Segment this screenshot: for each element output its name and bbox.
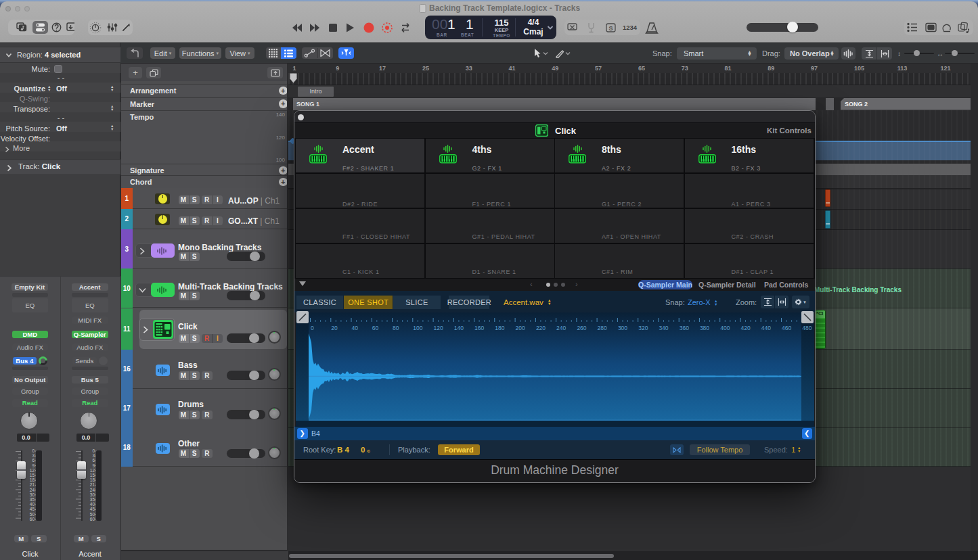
svg-text:9: 9 <box>32 463 35 468</box>
svg-text:260: 260 <box>577 325 586 331</box>
svg-text:60: 60 <box>30 517 35 521</box>
svg-text:40: 40 <box>89 502 95 507</box>
svg-text:21: 21 <box>89 482 95 487</box>
svg-text:30: 30 <box>30 492 35 497</box>
svg-text:460: 460 <box>782 325 791 331</box>
svg-text:140: 140 <box>454 325 464 331</box>
svg-text:200: 200 <box>516 325 525 331</box>
svg-text:480: 480 <box>802 325 812 331</box>
svg-text:50: 50 <box>30 512 35 517</box>
svg-text:400: 400 <box>720 325 730 331</box>
svg-text:12: 12 <box>30 468 35 473</box>
svg-text:18: 18 <box>89 477 95 482</box>
svg-text:320: 320 <box>638 325 648 331</box>
svg-text:300: 300 <box>618 325 627 331</box>
svg-text:6: 6 <box>32 458 35 463</box>
svg-text:440: 440 <box>761 325 771 331</box>
svg-text:380: 380 <box>700 325 709 331</box>
svg-text:15: 15 <box>30 473 35 477</box>
svg-text:30: 30 <box>89 492 95 497</box>
svg-text:0: 0 <box>311 325 314 331</box>
svg-text:220: 220 <box>536 325 546 331</box>
svg-text:340: 340 <box>659 325 668 331</box>
svg-text:60: 60 <box>89 517 95 521</box>
svg-text:3: 3 <box>92 453 95 458</box>
svg-text:12: 12 <box>89 468 95 473</box>
svg-text:0: 0 <box>92 448 95 453</box>
svg-text:360: 360 <box>680 325 689 331</box>
svg-text:45: 45 <box>30 507 35 511</box>
svg-text:S: S <box>608 25 613 32</box>
svg-text:35: 35 <box>89 497 95 502</box>
svg-text:50: 50 <box>89 512 95 517</box>
svg-text:9: 9 <box>92 463 95 468</box>
svg-text:18: 18 <box>30 477 35 482</box>
svg-text:280: 280 <box>598 325 607 331</box>
svg-text:60: 60 <box>372 325 379 331</box>
svg-text:40: 40 <box>30 502 35 507</box>
svg-text:180: 180 <box>495 325 504 331</box>
svg-text:21: 21 <box>30 482 35 487</box>
svg-text:20: 20 <box>331 325 338 331</box>
svg-text:1234: 1234 <box>623 24 638 31</box>
svg-text:15: 15 <box>89 473 95 477</box>
svg-text:6: 6 <box>92 458 95 463</box>
svg-text:80: 80 <box>393 325 399 331</box>
svg-text:40: 40 <box>352 325 359 331</box>
svg-text:24: 24 <box>89 488 95 492</box>
svg-text:120: 120 <box>434 325 443 331</box>
svg-text:420: 420 <box>741 325 751 331</box>
svg-text:0: 0 <box>32 448 35 453</box>
svg-text:160: 160 <box>474 325 484 331</box>
svg-text:45: 45 <box>89 507 95 511</box>
svg-text:100: 100 <box>413 325 422 331</box>
svg-text:240: 240 <box>556 325 566 331</box>
svg-text:3: 3 <box>32 453 35 458</box>
svg-text:35: 35 <box>30 497 35 502</box>
svg-text:24: 24 <box>30 488 35 492</box>
